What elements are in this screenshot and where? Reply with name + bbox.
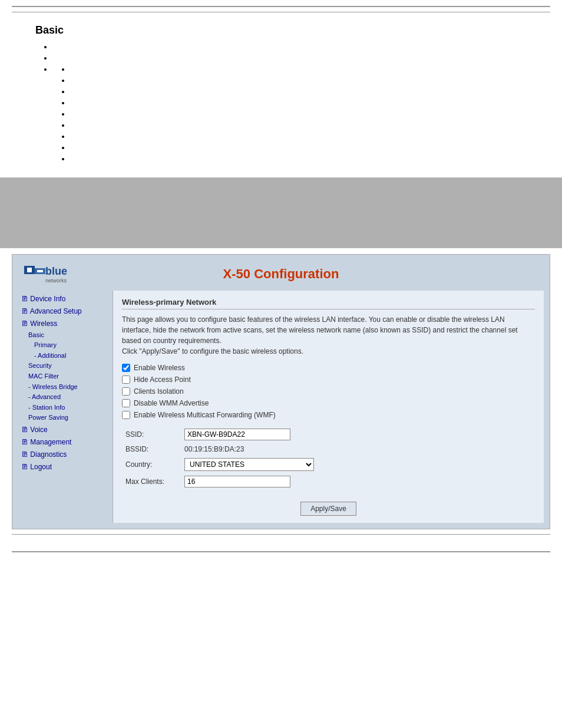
bottom-rule2 bbox=[12, 551, 550, 552]
checkbox-row-clients-isolation: Clients Isolation bbox=[122, 387, 535, 396]
sidebar-item-wireless[interactable]: 🖹 Wireless bbox=[21, 318, 110, 330]
main-content: Wireless-primary Network This page allow… bbox=[113, 291, 544, 523]
description: This page allows you to configure basic … bbox=[122, 314, 535, 357]
logo-subtext: networks bbox=[45, 278, 67, 284]
router-title: X-50 Configuration bbox=[223, 266, 339, 282]
sidebar-item-logout[interactable]: 🖹 Logout bbox=[21, 462, 110, 473]
apply-btn-row: Apply/Save bbox=[122, 502, 535, 516]
list-item bbox=[53, 42, 527, 51]
country-row: Country: UNITED STATES CANADA UNITED KIN… bbox=[122, 456, 318, 473]
max-clients-input[interactable] bbox=[184, 476, 290, 487]
sidebar-item-advanced-wireless[interactable]: - Advanced bbox=[28, 392, 110, 403]
max-clients-row: Max Clients: bbox=[122, 473, 318, 490]
sidebar-group-voice: 🖹 Voice bbox=[21, 424, 110, 436]
sidebar-item-diagnostics[interactable]: 🖹 Diagnostics bbox=[21, 449, 110, 460]
sidebar-group-diagnostics: 🖹 Diagnostics bbox=[21, 449, 110, 460]
clients-isolation-checkbox[interactable] bbox=[122, 387, 130, 396]
hide-ap-label: Hide Access Point bbox=[134, 375, 191, 384]
sidebar-item-management[interactable]: 🖹 Management bbox=[21, 437, 110, 448]
logout-icon: 🖹 bbox=[21, 463, 28, 471]
document-icon: 🖹 bbox=[21, 307, 28, 315]
gray-bar bbox=[0, 177, 562, 248]
level2-list bbox=[53, 65, 527, 163]
wireless-icon: 🖹 bbox=[21, 319, 28, 328]
list-item bbox=[71, 87, 527, 96]
logo-icon bbox=[24, 266, 45, 282]
clients-isolation-label: Clients Isolation bbox=[134, 387, 184, 396]
sidebar-item-primary[interactable]: Primary bbox=[34, 340, 110, 351]
ssid-label: SSID: bbox=[122, 426, 181, 443]
list-item bbox=[71, 154, 527, 163]
checkbox-row-enable-wireless: Enable Wireless bbox=[122, 364, 535, 372]
hide-ap-checkbox[interactable] bbox=[122, 375, 130, 384]
bssid-row: BSSID: 00:19:15:B9:DA:23 bbox=[122, 443, 318, 456]
sidebar-item-wireless-bridge[interactable]: - Wireless Bridge bbox=[28, 382, 110, 393]
basic-submenu: Primary - Additional bbox=[28, 340, 110, 361]
country-select[interactable]: UNITED STATES CANADA UNITED KINGDOM bbox=[184, 458, 314, 471]
router-panel: blue networks X-50 Configuration 🖹 Devic… bbox=[12, 254, 550, 529]
doc-section: Basic bbox=[0, 12, 562, 172]
logo-text: blue bbox=[45, 265, 67, 277]
document-icon: 🖹 bbox=[21, 295, 28, 303]
router-logo: blue networks bbox=[24, 265, 67, 284]
section-title: Wireless-primary Network bbox=[122, 298, 535, 309]
router-header: blue networks X-50 Configuration bbox=[18, 261, 544, 291]
sidebar-item-station-info[interactable]: - Station Info bbox=[28, 403, 110, 413]
sidebar-group-management: 🖹 Management bbox=[21, 437, 110, 448]
list-item bbox=[71, 143, 527, 152]
bssid-value: 00:19:15:B9:DA:23 bbox=[184, 445, 244, 453]
level1-list bbox=[35, 42, 527, 163]
doc-heading: Basic bbox=[35, 24, 527, 37]
diagnostics-icon: 🖹 bbox=[21, 450, 28, 459]
checkbox-row-disable-wmm: Disable WMM Advertise bbox=[122, 399, 535, 407]
list-item bbox=[71, 76, 527, 85]
management-icon: 🖹 bbox=[21, 438, 28, 446]
sidebar-item-basic[interactable]: Basic bbox=[28, 330, 110, 341]
sidebar: 🖹 Device Info 🖹 Advanced Setup 🖹 Wireles… bbox=[18, 291, 113, 523]
enable-wmf-checkbox[interactable] bbox=[122, 411, 130, 419]
enable-wireless-label: Enable Wireless bbox=[134, 364, 185, 372]
sidebar-group-advanced-setup: 🖹 Advanced Setup bbox=[21, 306, 110, 317]
list-item bbox=[71, 132, 527, 141]
sidebar-item-power-saving[interactable]: Power Saving bbox=[28, 413, 110, 423]
ssid-input[interactable] bbox=[184, 429, 290, 440]
apply-save-button[interactable]: Apply/Save bbox=[300, 502, 356, 516]
enable-wireless-checkbox[interactable] bbox=[122, 364, 130, 372]
router-body: 🖹 Device Info 🖹 Advanced Setup 🖹 Wireles… bbox=[18, 291, 544, 523]
list-item bbox=[53, 65, 527, 163]
sidebar-group-device-info: 🖹 Device Info bbox=[21, 294, 110, 305]
disable-wmm-checkbox[interactable] bbox=[122, 399, 130, 407]
voice-icon: 🖹 bbox=[21, 426, 28, 434]
max-clients-label: Max Clients: bbox=[122, 473, 181, 490]
sidebar-group-wireless: 🖹 Wireless Basic Primary - Additional Se… bbox=[21, 318, 110, 423]
svg-rect-3 bbox=[37, 270, 43, 272]
sidebar-item-advanced-setup[interactable]: 🖹 Advanced Setup bbox=[21, 306, 110, 317]
list-item bbox=[71, 121, 527, 130]
sidebar-item-mac-filter[interactable]: MAC Filter bbox=[28, 371, 110, 382]
svg-rect-1 bbox=[27, 268, 32, 272]
list-item bbox=[71, 65, 527, 74]
bssid-label: BSSID: bbox=[122, 443, 181, 456]
country-label: Country: bbox=[122, 456, 181, 473]
list-item bbox=[71, 110, 527, 118]
ssid-row: SSID: bbox=[122, 426, 318, 443]
sidebar-item-additional[interactable]: - Additional bbox=[34, 351, 110, 361]
form-table: SSID: BSSID: 00:19:15:B9:DA:23 Country: bbox=[122, 426, 318, 490]
sidebar-item-security[interactable]: Security bbox=[28, 361, 110, 371]
sidebar-item-device-info[interactable]: 🖹 Device Info bbox=[21, 294, 110, 305]
sidebar-item-voice[interactable]: 🖹 Voice bbox=[21, 424, 110, 436]
checkbox-row-hide-ap: Hide Access Point bbox=[122, 375, 535, 384]
top-rule bbox=[12, 6, 550, 7]
enable-wmf-label: Enable Wireless Multicast Forwarding (WM… bbox=[134, 411, 276, 419]
list-item bbox=[53, 54, 527, 62]
sidebar-group-logout: 🖹 Logout bbox=[21, 462, 110, 473]
list-item bbox=[71, 98, 527, 107]
disable-wmm-label: Disable WMM Advertise bbox=[134, 399, 209, 407]
checkbox-row-enable-wmf: Enable Wireless Multicast Forwarding (WM… bbox=[122, 411, 535, 419]
wireless-submenu: Basic Primary - Additional Security MAC … bbox=[21, 330, 110, 423]
